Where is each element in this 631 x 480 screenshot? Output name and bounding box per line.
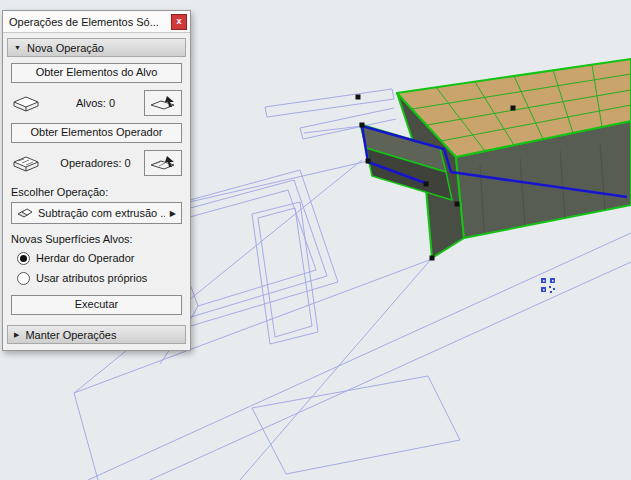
pick-targets-button[interactable]: [144, 90, 182, 116]
element-tag-icon: [541, 278, 555, 293]
subtract-operation-icon: [17, 207, 33, 219]
app-window: Operações de Elementos Só... x ▼ Nova Op…: [0, 0, 631, 480]
radio-usar-button[interactable]: [17, 272, 30, 285]
section-manter-label: Manter Operações: [25, 329, 116, 341]
palette-title: Operações de Elementos Só...: [9, 16, 159, 28]
collapse-triangle-icon: ▼: [14, 44, 21, 51]
solid-operations-palette: Operações de Elementos Só... x ▼ Nova Op…: [2, 10, 191, 351]
close-button[interactable]: x: [171, 14, 187, 30]
operators-count: Operadores: 0: [45, 157, 140, 169]
operators-slab-icon: [11, 153, 41, 173]
operators-row: Operadores: 0: [11, 149, 182, 177]
expand-triangle-icon: ▶: [14, 331, 19, 338]
section-nova-operacao[interactable]: ▼ Nova Operação: [7, 38, 186, 57]
targets-slab-icon: [11, 93, 41, 113]
section-nova-label: Nova Operação: [27, 42, 104, 54]
operation-dropdown[interactable]: Subtração com extrusão ... ▶: [11, 202, 182, 224]
flyout-arrow-icon: ▶: [170, 209, 176, 218]
targets-row: Alvos: 0: [11, 89, 182, 117]
execute-button[interactable]: Executar: [11, 295, 182, 315]
radio-herdar-button[interactable]: [17, 252, 30, 265]
pick-operators-button[interactable]: [144, 150, 182, 176]
get-operators-button[interactable]: Obter Elementos Operador: [11, 123, 182, 143]
get-targets-button[interactable]: Obter Elementos do Alvo: [11, 63, 182, 83]
radio-herdar-label: Herdar do Operador: [36, 252, 134, 264]
palette-title-bar[interactable]: Operações de Elementos Só... x: [3, 11, 190, 33]
radio-row-herdar[interactable]: Herdar do Operador: [17, 251, 176, 265]
pick-operator-icon: [149, 154, 177, 172]
targets-count: Alvos: 0: [45, 97, 140, 109]
choose-operation-label: Escolher Operação:: [11, 186, 182, 198]
pick-target-icon: [149, 94, 177, 112]
selected-slab-element[interactable]: [360, 59, 631, 258]
radio-row-usar[interactable]: Usar atributos próprios: [17, 271, 176, 285]
radio-usar-label: Usar atributos próprios: [36, 272, 147, 284]
new-surfaces-label: Novas Superfícies Alvos:: [11, 233, 182, 245]
section-manter-operacoes[interactable]: ▶ Manter Operações: [7, 325, 186, 344]
operation-selected-value: Subtração com extrusão ...: [38, 207, 165, 219]
